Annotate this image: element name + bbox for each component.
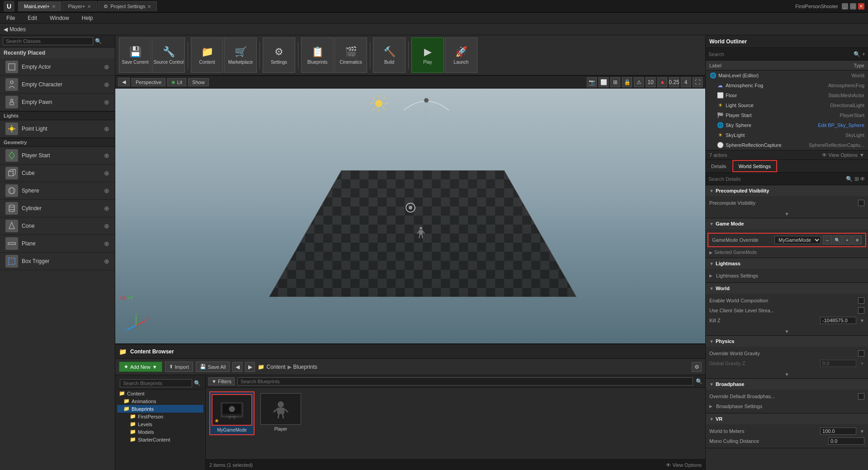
tab-player[interactable]: Player+ ✕ bbox=[62, 1, 97, 11]
close-button[interactable]: ✕ bbox=[858, 3, 864, 9]
details-grid-icon[interactable]: ⊞ bbox=[854, 176, 859, 182]
tab-mainlevel-close[interactable]: ✕ bbox=[52, 4, 56, 9]
cinematics-button[interactable]: 🎬 Cinematics bbox=[335, 38, 367, 73]
prop-lightmass-settings[interactable]: ▶ Lightmass Settings bbox=[706, 271, 868, 281]
show-button[interactable]: Show bbox=[188, 78, 209, 86]
tab-project-settings[interactable]: ⚙ Project Settings ✕ bbox=[98, 1, 157, 11]
outliner-sphere-reflection[interactable]: ⚪ SphereReflectionCapture SphereReflecti… bbox=[706, 140, 868, 150]
world-to-meters-scroll-btn[interactable]: ▼ bbox=[860, 429, 864, 434]
gamemode-select[interactable]: MyGameMode bbox=[774, 236, 821, 244]
menu-file[interactable]: File bbox=[4, 14, 18, 22]
outliner-search-icon[interactable]: 🔍 bbox=[854, 51, 860, 57]
place-player-start[interactable]: Player Start ⊕ bbox=[0, 147, 115, 164]
section-lightmass-header[interactable]: ▼ Lightmass bbox=[706, 258, 868, 269]
tab-player-close[interactable]: ✕ bbox=[87, 4, 91, 9]
content-button[interactable]: 📁 Content bbox=[191, 38, 223, 73]
gamemode-edit-btn[interactable]: ↔ bbox=[823, 235, 832, 244]
asset-mygamemode[interactable]: ★ MyGameMode bbox=[209, 391, 255, 435]
tree-blueprints[interactable]: 📁 Blueprints bbox=[117, 405, 203, 413]
lit-button[interactable]: ◉ Lit bbox=[167, 78, 186, 86]
prop-broadphase-settings[interactable]: ▶ Broadphase Settings bbox=[706, 401, 868, 411]
tree-search-input[interactable] bbox=[120, 379, 192, 387]
viewport-icon-warning[interactable]: ⚠ bbox=[634, 77, 644, 87]
outliner-add-icon[interactable]: + bbox=[862, 51, 865, 57]
details-eye-icon[interactable]: 👁 bbox=[860, 176, 865, 182]
asset-search-input[interactable] bbox=[237, 377, 693, 385]
tree-animations[interactable]: 📁 Animations bbox=[117, 397, 203, 405]
tree-levels[interactable]: 📁 Levels bbox=[117, 420, 203, 428]
place-cone[interactable]: Cone ⊕ bbox=[0, 217, 115, 235]
outliner-skylight[interactable]: ☀ SkyLight SkyLight bbox=[706, 130, 868, 140]
tree-models[interactable]: 📁 Models bbox=[117, 428, 203, 436]
launch-button[interactable]: 🚀 Launch bbox=[445, 38, 477, 73]
prop-precompute-checkbox[interactable] bbox=[858, 200, 864, 206]
place-box-trigger[interactable]: Box Trigger ⊕ bbox=[0, 253, 115, 270]
menu-window[interactable]: Window bbox=[47, 14, 72, 22]
tree-content[interactable]: 📁 Content bbox=[117, 390, 203, 397]
perspective-button[interactable]: Perspective bbox=[132, 78, 165, 86]
content-browser-settings[interactable]: ⚙ bbox=[692, 362, 702, 372]
outliner-player-start[interactable]: 🏁 Player Start PlayerStart bbox=[706, 110, 868, 120]
section-broadphase-header[interactable]: ▼ Broadphase bbox=[706, 379, 868, 390]
search-classes-input[interactable] bbox=[3, 37, 93, 45]
details-tab-world-settings[interactable]: World Settings bbox=[732, 160, 777, 172]
marketplace-button[interactable]: 🛒 Marketplace bbox=[224, 38, 257, 73]
asset-player[interactable]: Player bbox=[258, 391, 303, 435]
viewport-icon-camera[interactable]: 📷 bbox=[587, 77, 597, 87]
section-world-header[interactable]: ▼ World bbox=[706, 283, 868, 294]
outliner-sky-sphere[interactable]: 🌐 Sky Sphere Edit BP_Sky_Sphere bbox=[706, 120, 868, 130]
place-plane[interactable]: Plane ⊕ bbox=[0, 235, 115, 253]
save-all-button[interactable]: 💾 Save All bbox=[196, 362, 230, 372]
blueprints-button[interactable]: 📋 Blueprints bbox=[301, 38, 334, 73]
tab-project-close[interactable]: ✕ bbox=[147, 4, 151, 9]
category-lights[interactable]: Lights bbox=[0, 111, 115, 120]
gamemode-browse-btn[interactable]: 🔍 bbox=[833, 235, 842, 244]
modes-toggle[interactable]: ◀ Modes bbox=[4, 26, 26, 33]
place-cube[interactable]: Cube ⊕ bbox=[0, 164, 115, 182]
kill-z-input[interactable] bbox=[820, 317, 856, 324]
nav-forward-button[interactable]: ▶ bbox=[245, 362, 255, 372]
section-vr-header[interactable]: ▼ VR bbox=[706, 414, 868, 424]
gamemode-clear-btn[interactable]: ✕ bbox=[853, 235, 862, 244]
viewport-scale-value[interactable]: 0.25 bbox=[669, 77, 679, 87]
mono-culling-input[interactable] bbox=[828, 437, 864, 445]
details-tab-details[interactable]: Details bbox=[706, 160, 732, 172]
override-gravity-checkbox[interactable] bbox=[858, 350, 864, 357]
place-sphere[interactable]: Sphere ⊕ bbox=[0, 182, 115, 200]
place-cylinder[interactable]: Cylinder ⊕ bbox=[0, 200, 115, 217]
build-button[interactable]: 🔨 Build bbox=[373, 38, 406, 73]
settings-button[interactable]: ⚙ Settings bbox=[263, 38, 295, 73]
menu-help[interactable]: Help bbox=[79, 14, 96, 22]
world-to-meters-input[interactable] bbox=[820, 428, 856, 435]
client-side-level-checkbox[interactable] bbox=[858, 307, 864, 314]
section-precomputed-header[interactable]: ▼ Precomputed Visibility bbox=[706, 185, 868, 196]
viewport-restore[interactable]: ⛶ bbox=[693, 77, 703, 87]
viewport-snap-icon[interactable]: 🔺 bbox=[657, 77, 667, 87]
override-broadphase-checkbox[interactable] bbox=[858, 393, 864, 400]
outliner-search-input[interactable] bbox=[708, 52, 854, 57]
place-empty-character[interactable]: Empty Character ⊕ bbox=[0, 76, 115, 94]
import-button[interactable]: ⬆ Import bbox=[165, 362, 193, 372]
tab-mainlevel[interactable]: MainLevel+ ✕ bbox=[18, 1, 61, 11]
viewport-maximize-button[interactable]: ◀ bbox=[118, 78, 130, 86]
save-current-button[interactable]: 💾 Save Current bbox=[119, 38, 151, 73]
outliner-floor[interactable]: ⬜ Floor StaticMeshActor bbox=[706, 90, 868, 100]
menu-edit[interactable]: Edit bbox=[25, 14, 40, 22]
nav-back-button[interactable]: ◀ bbox=[232, 362, 242, 372]
place-empty-actor[interactable]: Empty Actor ⊕ bbox=[0, 58, 115, 76]
add-new-button[interactable]: ★ Add New ▼ bbox=[119, 362, 162, 372]
selected-gamemode-expand[interactable]: ▶ Selected GameMode bbox=[706, 249, 868, 256]
tree-firstperson[interactable]: 📁 FirstPerson bbox=[117, 413, 203, 420]
place-empty-pawn[interactable]: Empty Pawn ⊕ bbox=[0, 94, 115, 111]
details-search-input[interactable] bbox=[708, 176, 846, 182]
outliner-light-source[interactable]: ☀ Light Source DirectionalLight bbox=[706, 100, 868, 110]
gamemode-new-btn[interactable]: + bbox=[843, 235, 852, 244]
section-physics-header[interactable]: ▼ Physics bbox=[706, 336, 868, 347]
view-options-bottom[interactable]: 👁 View Options bbox=[666, 462, 702, 468]
outliner-mainlevel[interactable]: 🌐 MainLevel (Editor) World bbox=[706, 70, 868, 80]
viewport-icon-grid[interactable]: ⊞ bbox=[610, 77, 620, 87]
viewport-3d[interactable]: S bbox=[115, 89, 705, 343]
viewport-icon-perspective[interactable]: ⬜ bbox=[599, 77, 609, 87]
viewport-grid-value[interactable]: 10 bbox=[646, 77, 656, 87]
section-gamemode-header[interactable]: ▼ Game Mode bbox=[706, 218, 868, 229]
